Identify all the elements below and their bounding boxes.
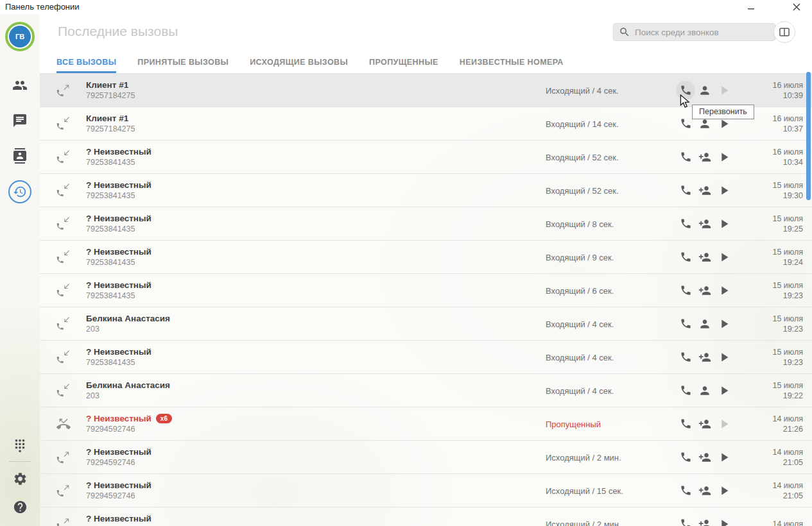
call-row[interactable]: ? Неизвестный 79253841435 Входящий / 52 … [40,174,812,207]
call-row[interactable]: ? Неизвестный 79253841435 Входящий / 6 с… [40,274,812,307]
caller-name: Белкина Анастасия [86,380,170,391]
caller-name: ? Неизвестный [86,280,151,291]
phone-icon [680,184,692,196]
person-add-icon [698,184,711,197]
sidebar-item-settings[interactable] [0,467,40,490]
callback-button[interactable] [676,381,695,400]
outgoing-call-icon [56,517,71,526]
status-cell: Входящий / 4 сек. [528,318,672,330]
tab-received-calls[interactable]: ПРИНЯТЫЕ ВЫЗОВЫ [137,51,229,73]
play-record-button[interactable] [714,81,734,100]
call-row[interactable]: Клиент #1 79257184275 Исходящий / 4 сек.… [40,74,812,107]
user-avatar[interactable]: ГВ [5,22,35,51]
call-row[interactable]: Белкина Анастасия 203 Входящий / 4 сек. … [40,307,812,341]
call-row[interactable]: ? Неизвестный 79253841435 Входящий / 9 с… [40,241,812,274]
callback-button[interactable] [676,481,695,500]
close-button[interactable] [786,0,808,14]
incoming-call-icon [56,250,71,264]
person-add-icon [698,418,711,430]
contact-button[interactable] [695,514,714,526]
callback-button[interactable] [676,148,695,167]
sidebar-item-call-history[interactable] [0,177,40,207]
date-cell: 15 июля 19:23 [757,314,803,334]
contact-button[interactable] [695,448,714,467]
phone-icon [680,251,692,263]
call-row[interactable]: ? Неизвестный 79253841435 Входящий / 8 с… [40,207,812,241]
caller-name: Клиент #1 [86,80,128,90]
callback-button[interactable] [676,281,695,300]
callback-button[interactable] [676,314,695,334]
person-add-icon [698,151,711,164]
caller-name: ? Неизвестный [86,514,151,524]
tab-outgoing-calls[interactable]: ИСХОДЯЩИЕ ВЫЗОВЫ [250,51,348,73]
phone-icon [680,84,692,96]
call-row[interactable]: ? Неизвестный 79253841435 Входящий / 4 с… [40,341,812,374]
play-icon [717,317,731,331]
tab-missed-calls[interactable]: ПРОПУЩЕННЫЕ [369,51,438,73]
caller-number: 79253841435 [86,224,528,234]
contact-button[interactable] [695,314,714,334]
call-row[interactable]: Белкина Анастасия 203 Входящий / 4 сек. … [40,374,812,407]
search-box [613,23,775,41]
callback-button[interactable] [676,81,695,100]
tab-unknown-numbers[interactable]: НЕИЗВЕСТНЫЕ НОМЕРА [460,51,564,73]
status-cell: Входящий / 4 сек. [528,352,672,363]
tab-label: НЕИЗВЕСТНЫЕ НОМЕРА [460,58,564,67]
contact-button[interactable] [695,148,714,167]
dialpad-icon [13,439,27,453]
play-record-button[interactable] [714,214,734,233]
play-record-button[interactable] [714,248,734,267]
callback-button[interactable] [676,414,695,434]
contact-button[interactable] [695,381,714,400]
play-record-button[interactable] [714,514,734,526]
sidebar-item-contacts-people[interactable] [0,74,40,97]
contact-button[interactable] [695,481,714,500]
tab-all-calls[interactable]: ВСЕ ВЫЗОВЫ [56,51,116,73]
call-row[interactable]: ? Неизвестный 79294592746 Исходящий / 2 … [40,507,812,526]
date-cell: 14 июля 21:26 [757,414,803,434]
play-record-button[interactable] [714,381,734,400]
actions-cell [672,248,757,267]
play-icon [717,384,731,398]
split-view-button[interactable] [773,21,795,43]
contact-button[interactable] [695,214,714,233]
play-record-button[interactable] [714,181,734,200]
sidebar-item-dialpad[interactable] [0,434,40,457]
callback-button[interactable] [676,181,695,200]
call-time: 19:30 [757,191,803,201]
play-record-button[interactable] [714,281,734,300]
callback-button[interactable] [676,448,695,467]
contact-button[interactable] [695,348,714,367]
play-record-button[interactable] [714,414,734,434]
play-record-button[interactable] [714,148,734,167]
contact-button[interactable] [695,281,714,300]
play-record-button[interactable] [714,481,734,500]
contact-button[interactable] [695,181,714,200]
play-record-button[interactable] [714,348,734,367]
contact-button[interactable] [695,81,714,100]
minimize-button[interactable] [740,0,762,14]
incoming-call-icon [56,384,71,398]
contact-button[interactable] [695,414,714,434]
call-row[interactable]: ? Неизвестный 79294592746 Исходящий / 15… [40,474,812,507]
callback-button[interactable] [676,348,695,367]
actions-cell [672,148,757,167]
callback-button[interactable] [676,214,695,233]
contact-button[interactable] [695,248,714,267]
callback-button[interactable] [676,514,695,526]
sidebar-item-chat[interactable] [0,109,40,132]
play-record-button[interactable] [714,448,734,467]
caller-name: ? Неизвестный [86,447,151,457]
call-row[interactable]: ? Неизвестный 79253841435 Входящий / 52 … [40,140,812,174]
scrollbar-thumb[interactable] [806,72,811,200]
sidebar-item-contact-book[interactable] [0,144,40,167]
sidebar-item-help[interactable] [0,495,40,518]
callback-button[interactable] [676,248,695,267]
outgoing-call-icon [56,83,71,98]
play-record-button[interactable] [714,314,734,334]
call-row[interactable]: ? Неизвестный x6 79294592746 Пропущенный… [40,407,812,441]
person-icon [698,318,711,330]
search-input[interactable] [635,28,770,37]
call-date: 15 июля [757,347,803,357]
call-row[interactable]: ? Неизвестный 79294592746 Исходящий / 2 … [40,441,812,474]
